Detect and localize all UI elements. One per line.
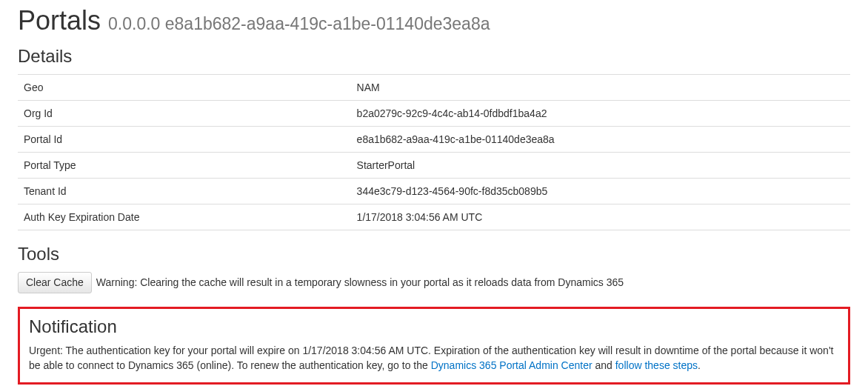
clear-cache-warning: Warning: Clearing the cache will result … (96, 276, 624, 288)
details-row: Auth Key Expiration Date1/17/2018 3:04:5… (18, 204, 850, 230)
notification-box: Notification Urgent: The authentication … (18, 307, 850, 385)
details-label: Tenant Id (18, 178, 351, 204)
details-table: GeoNAMOrg Idb2a0279c-92c9-4c4c-ab14-0fdb… (18, 74, 850, 230)
details-value: e8a1b682-a9aa-419c-a1be-01140de3ea8a (351, 126, 850, 152)
details-row: Org Idb2a0279c-92c9-4c4c-ab14-0fdbdf1ba4… (18, 100, 850, 126)
details-value: 1/17/2018 3:04:56 AM UTC (351, 204, 850, 230)
notification-text: Urgent: The authentication key for your … (29, 343, 839, 373)
details-label: Portal Id (18, 126, 351, 152)
follow-steps-link[interactable]: follow these steps (615, 359, 698, 371)
notification-text-after: . (698, 359, 701, 371)
notification-heading: Notification (29, 316, 839, 337)
tools-heading: Tools (18, 244, 850, 264)
details-row: Tenant Id344e3c79-d123-4564-90fc-f8d35cb… (18, 178, 850, 204)
details-label: Auth Key Expiration Date (18, 204, 351, 230)
details-value: 344e3c79-d123-4564-90fc-f8d35cb089b5 (351, 178, 850, 204)
page-subtitle: 0.0.0.0 e8a1b682-a9aa-419c-a1be-01140de3… (108, 14, 490, 33)
tools-row: Clear Cache Warning: Clearing the cache … (18, 272, 850, 294)
details-label: Org Id (18, 100, 351, 126)
details-value: NAM (351, 74, 850, 100)
details-heading: Details (18, 46, 850, 67)
details-value: b2a0279c-92c9-4c4c-ab14-0fdbdf1ba4a2 (351, 100, 850, 126)
details-value: StarterPortal (351, 152, 850, 178)
details-row: Portal Ide8a1b682-a9aa-419c-a1be-01140de… (18, 126, 850, 152)
notification-text-between: and (592, 359, 615, 371)
page-title: Portals 0.0.0.0 e8a1b682-a9aa-419c-a1be-… (18, 6, 850, 36)
details-label: Geo (18, 74, 351, 100)
clear-cache-button[interactable]: Clear Cache (18, 272, 92, 294)
details-row: Portal TypeStarterPortal (18, 152, 850, 178)
admin-center-link[interactable]: Dynamics 365 Portal Admin Center (431, 359, 592, 371)
details-label: Portal Type (18, 152, 351, 178)
details-row: GeoNAM (18, 74, 850, 100)
page-title-text: Portals (18, 5, 101, 36)
